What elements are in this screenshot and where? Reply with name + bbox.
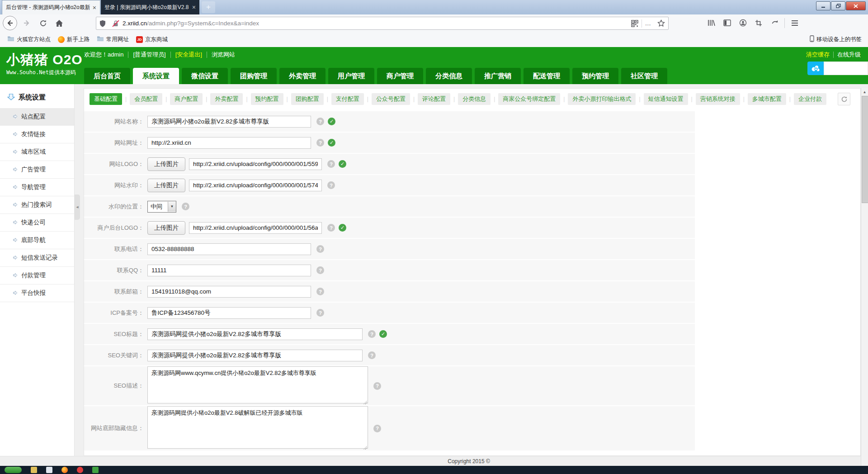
- sidebar-item[interactable]: 短信发送记录: [0, 249, 74, 267]
- help-icon[interactable]: ?: [316, 118, 324, 125]
- field-input[interactable]: [189, 158, 322, 170]
- bookmark-item[interactable]: 火狐官方站点: [7, 36, 51, 43]
- help-icon[interactable]: ?: [373, 425, 381, 432]
- nav-tab[interactable]: 外卖管理: [279, 68, 326, 84]
- online-upgrade-link[interactable]: 在线升级: [837, 51, 861, 59]
- subtab[interactable]: 公众号配置: [372, 93, 410, 105]
- sidebar-item[interactable]: 平台快报: [0, 284, 74, 302]
- qq-icon[interactable]: [77, 467, 83, 473]
- help-icon[interactable]: ?: [373, 382, 381, 390]
- bookmark-item[interactable]: JD京东商城: [136, 36, 168, 43]
- nav-tab[interactable]: 商户管理: [377, 68, 423, 84]
- help-icon[interactable]: ?: [316, 288, 324, 295]
- insecure-connection-icon[interactable]: [109, 20, 123, 27]
- url-bar[interactable]: 2.xriid.cn/admin.php?g=System&c=Index&a=…: [96, 17, 669, 30]
- sidebar-item[interactable]: 付款管理: [0, 267, 74, 284]
- subtab[interactable]: 分类信息: [458, 93, 491, 105]
- bookmark-item[interactable]: 常用网址: [97, 36, 129, 43]
- subtab[interactable]: 支付配置: [331, 93, 364, 105]
- reload-icon[interactable]: [36, 16, 50, 30]
- subtab[interactable]: 团购配置: [291, 93, 324, 105]
- nav-tab[interactable]: 分类信息: [426, 68, 472, 84]
- field-input[interactable]: [147, 307, 311, 319]
- help-icon[interactable]: ?: [182, 203, 189, 210]
- tab-close-icon[interactable]: ×: [93, 4, 96, 11]
- tab-close-icon[interactable]: ×: [192, 4, 196, 11]
- sidebar-item[interactable]: 热门搜索词: [0, 196, 74, 214]
- clear-cache-link[interactable]: 清空缓存: [806, 51, 830, 59]
- subtab[interactable]: 商家公众号绑定配置: [498, 93, 560, 105]
- help-icon[interactable]: ?: [316, 266, 324, 274]
- folder-icon[interactable]: [31, 467, 37, 473]
- help-icon[interactable]: ?: [368, 330, 376, 338]
- undo-icon[interactable]: [769, 17, 780, 29]
- subtab[interactable]: 预约配置: [251, 93, 283, 105]
- subtab[interactable]: 基础配置: [90, 93, 122, 105]
- nav-tab[interactable]: 配送管理: [524, 68, 570, 84]
- field-input[interactable]: [189, 180, 322, 191]
- field-input[interactable]: [147, 350, 363, 361]
- help-icon[interactable]: ?: [316, 245, 324, 253]
- chevron-down-icon[interactable]: ▼: [168, 202, 176, 212]
- field-textarea[interactable]: 亲测源码网提供小猪o2o最新V2.8破解版已经开源多城市版: [147, 406, 368, 449]
- subtab[interactable]: 企业付款: [794, 93, 826, 105]
- restore-button[interactable]: [831, 1, 845, 10]
- help-icon[interactable]: ?: [327, 224, 335, 232]
- qq-contact-widget[interactable]: [807, 62, 868, 75]
- sidebar-collapse-handle[interactable]: ◀: [75, 194, 80, 220]
- subtab[interactable]: 短信通知设置: [644, 93, 688, 105]
- upload-image-button[interactable]: 上传图片: [147, 179, 185, 192]
- qq-cloud-icon[interactable]: [807, 62, 824, 75]
- subtab[interactable]: 营销系统对接: [696, 93, 740, 105]
- nav-tab[interactable]: 后台首页: [84, 68, 130, 84]
- browse-site-link[interactable]: 浏览网站: [212, 51, 235, 59]
- start-button[interactable]: [5, 467, 22, 473]
- sidebar-item[interactable]: 快递公司: [0, 214, 74, 232]
- scrollbar-thumb[interactable]: [862, 96, 868, 203]
- field-input[interactable]: [147, 265, 311, 276]
- scrollbar-up-icon[interactable]: ▲: [861, 88, 868, 95]
- nav-tab[interactable]: 用户管理: [328, 68, 374, 84]
- qr-code-icon[interactable]: [628, 20, 642, 27]
- green-app-icon[interactable]: [92, 467, 99, 473]
- sidebar-item[interactable]: 底部导航: [0, 232, 74, 249]
- sidebar-item[interactable]: 站点配置: [0, 108, 74, 126]
- sidebar-panel-icon[interactable]: [721, 17, 733, 29]
- nav-tab[interactable]: 推广营销: [475, 68, 521, 84]
- browser-tab[interactable]: 登录 | 亲测源码网小猪o2o最新V2.8×: [101, 0, 199, 14]
- subtab[interactable]: 外卖配置: [210, 93, 243, 105]
- account-icon[interactable]: [737, 17, 749, 29]
- help-icon[interactable]: ?: [327, 160, 335, 168]
- field-input[interactable]: [147, 243, 311, 255]
- upload-image-button[interactable]: 上传图片: [147, 221, 185, 235]
- logout-link[interactable]: [安全退出]: [175, 51, 202, 59]
- subtab[interactable]: 外卖小票打印输出格式: [568, 93, 636, 105]
- help-icon[interactable]: ?: [327, 181, 335, 189]
- sidebar-item[interactable]: 友情链接: [0, 126, 74, 143]
- field-textarea[interactable]: 亲测源码网www.qcymw.cn提供小猪o2o最新V2.82多城市尊享版: [147, 366, 368, 403]
- sidebar-item[interactable]: 广告管理: [0, 161, 74, 179]
- new-tab-button[interactable]: +: [202, 1, 215, 13]
- field-input[interactable]: [189, 222, 322, 234]
- subtab[interactable]: 评论配置: [418, 93, 450, 105]
- close-button[interactable]: [846, 1, 866, 10]
- screenshot-icon[interactable]: [753, 17, 764, 29]
- subtab[interactable]: 商户配置: [170, 93, 203, 105]
- nav-tab[interactable]: 团购管理: [231, 68, 277, 84]
- bookmark-mobile[interactable]: 移动设备上的书签: [810, 35, 862, 43]
- nav-tab[interactable]: 预约管理: [572, 68, 618, 84]
- help-icon[interactable]: ?: [368, 351, 376, 359]
- page-scrollbar[interactable]: ▲: [861, 88, 868, 466]
- explorer-icon[interactable]: [46, 467, 52, 473]
- shield-icon[interactable]: [96, 20, 109, 27]
- browser-tab[interactable]: 后台管理 - 亲测源码网小猪o2o最新×: [2, 0, 100, 14]
- field-input[interactable]: [147, 286, 311, 298]
- bookmark-star-icon[interactable]: [654, 19, 668, 27]
- nav-tab[interactable]: 系统设置: [133, 68, 179, 84]
- bookmark-item[interactable]: 新手上路: [58, 36, 90, 43]
- help-icon[interactable]: ?: [316, 139, 324, 147]
- back-icon[interactable]: [3, 16, 17, 30]
- nav-tab[interactable]: 微信设置: [182, 68, 228, 84]
- watermark-position-select[interactable]: 中间▼: [147, 201, 176, 213]
- minimize-button[interactable]: [816, 1, 830, 10]
